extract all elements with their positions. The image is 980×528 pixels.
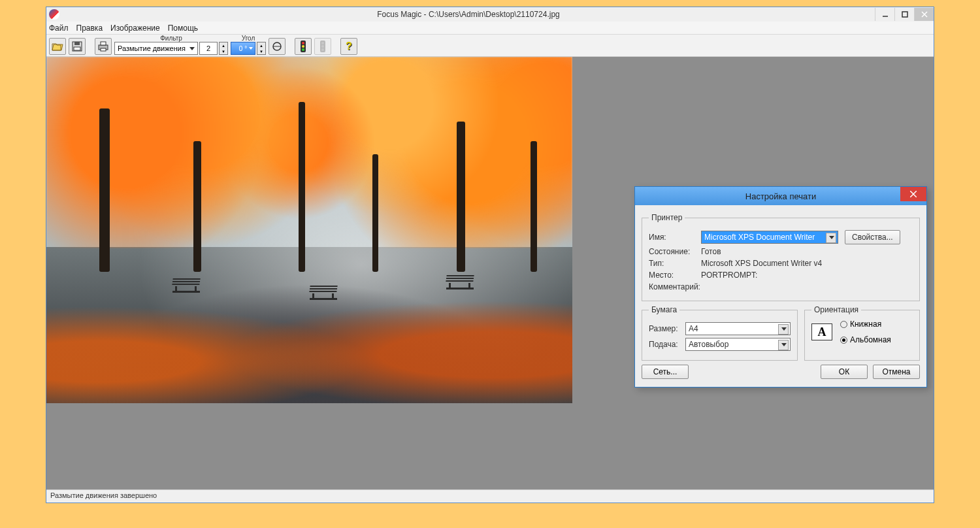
printer-comment-label: Комментарий: xyxy=(649,282,701,291)
cancel-button[interactable]: Отмена xyxy=(873,365,920,379)
svg-point-15 xyxy=(302,42,304,44)
close-icon xyxy=(910,191,917,197)
app-icon xyxy=(49,9,59,20)
printer-type-value: Microsoft XPS Document Writer v4 xyxy=(701,259,822,268)
image-preview[interactable] xyxy=(46,57,572,403)
menu-edit[interactable]: Правка xyxy=(76,24,103,33)
save-button[interactable] xyxy=(69,38,86,55)
filter-amount-input[interactable] xyxy=(199,42,218,55)
svg-point-19 xyxy=(321,42,324,44)
main-window: Focus Magic - C:\Users\Admin\Desktop\211… xyxy=(46,7,934,503)
amount-spinner[interactable]: ▲▼ xyxy=(219,42,228,55)
statusbar: Размытие движения завершено xyxy=(46,489,934,503)
canvas-area: Настройка печати Принтер Имя: Microsoft … xyxy=(46,57,934,489)
angle-group: Угол 0 ° ▲▼ xyxy=(231,35,266,55)
dialog-titlebar[interactable]: Настройка печати xyxy=(635,187,926,205)
printer-properties-button[interactable]: Свойства... xyxy=(845,230,900,244)
ok-button[interactable]: ОК xyxy=(821,365,868,379)
angle-select[interactable]: 0 ° xyxy=(231,42,255,55)
window-title: Focus Magic - C:\Users\Admin\Desktop\211… xyxy=(62,10,875,19)
svg-point-16 xyxy=(302,45,304,48)
orientation-preview-icon: A xyxy=(811,323,832,340)
printer-name-select[interactable]: Microsoft XPS Document Writer xyxy=(701,231,838,244)
filter-select[interactable]: Размытие движения xyxy=(114,42,198,55)
printer-name-label: Имя: xyxy=(649,233,701,242)
close-button[interactable] xyxy=(914,8,934,21)
floppy-icon xyxy=(72,41,82,52)
svg-rect-10 xyxy=(101,42,106,45)
svg-point-20 xyxy=(321,45,324,48)
titlebar: Focus Magic - C:\Users\Admin\Desktop\211… xyxy=(46,7,934,22)
menu-file[interactable]: Файл xyxy=(49,24,69,33)
circle-icon xyxy=(272,41,282,52)
paper-size-select[interactable]: A4 xyxy=(685,322,791,335)
question-icon: ? xyxy=(346,41,352,52)
minimize-button[interactable] xyxy=(875,8,894,21)
printer-fieldset: Принтер Имя: Microsoft XPS Document Writ… xyxy=(642,213,920,301)
orientation-landscape-radio[interactable]: Альбомная xyxy=(840,335,891,344)
circle-tool-button[interactable] xyxy=(269,38,286,55)
paper-legend: Бумага xyxy=(649,305,679,314)
print-setup-dialog: Настройка печати Принтер Имя: Microsoft … xyxy=(634,186,927,388)
help-button[interactable]: ? xyxy=(340,38,357,55)
paper-source-label: Подача: xyxy=(649,340,685,349)
svg-rect-8 xyxy=(74,47,80,50)
angle-spinner[interactable]: ▲▼ xyxy=(257,42,266,55)
svg-rect-1 xyxy=(902,12,907,17)
paper-size-label: Размер: xyxy=(649,324,685,333)
printer-type-label: Тип: xyxy=(649,259,701,268)
open-button[interactable] xyxy=(49,38,66,55)
svg-point-21 xyxy=(321,48,324,51)
svg-rect-7 xyxy=(74,42,80,45)
orientation-fieldset: Ориентация A Книжная Альбомная xyxy=(804,305,920,361)
process-stop-button xyxy=(314,38,331,55)
menubar: Файл Правка Изображение Помощь xyxy=(46,22,934,35)
filter-label: Фильтр xyxy=(160,35,182,42)
paper-fieldset: Бумага Размер: A4 Подача: Автовыбор xyxy=(642,305,798,361)
dialog-title: Настройка печати xyxy=(745,191,816,201)
printer-where-value: PORTPROMPT: xyxy=(701,271,757,280)
printer-state-label: Состояние: xyxy=(649,247,701,256)
printer-legend: Принтер xyxy=(649,213,685,222)
svg-point-17 xyxy=(302,48,304,51)
menu-help[interactable]: Помощь xyxy=(168,24,198,33)
traffic-light-dim-icon xyxy=(319,41,326,52)
status-text: Размытие движения завершено xyxy=(50,491,157,499)
angle-label: Угол xyxy=(242,35,255,42)
traffic-light-icon xyxy=(300,41,306,52)
print-button[interactable] xyxy=(95,38,112,55)
dialog-close-button[interactable] xyxy=(900,187,926,201)
paper-source-select[interactable]: Автовыбор xyxy=(685,338,791,351)
orientation-legend: Ориентация xyxy=(811,305,861,314)
printer-where-label: Место: xyxy=(649,271,701,280)
process-go-button[interactable] xyxy=(295,38,312,55)
printer-state-value: Готов xyxy=(701,247,721,256)
network-button[interactable]: Сеть... xyxy=(642,365,689,379)
toolbar: Фильтр Размытие движения ▲▼ Угол 0 ° ▲▼ xyxy=(46,35,934,57)
maximize-button[interactable] xyxy=(894,8,914,21)
printer-icon xyxy=(97,41,109,52)
filter-group: Фильтр Размытие движения ▲▼ xyxy=(114,35,228,55)
folder-open-icon xyxy=(52,42,63,51)
svg-rect-11 xyxy=(101,48,106,51)
menu-image[interactable]: Изображение xyxy=(110,24,160,33)
orientation-portrait-radio[interactable]: Книжная xyxy=(840,320,891,329)
